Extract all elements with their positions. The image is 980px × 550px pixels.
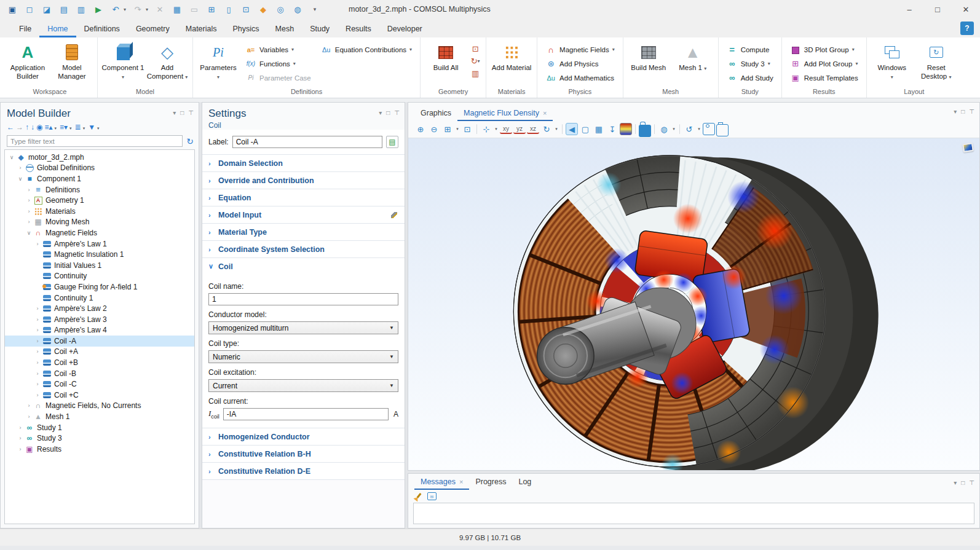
tab-results[interactable]: Results [338, 21, 379, 37]
tree-chevron[interactable]: › [25, 219, 33, 225]
build-mesh-button[interactable]: Build Mesh [627, 40, 670, 85]
tree-chevron[interactable]: › [25, 414, 33, 420]
panel-float-icon[interactable]: □ [386, 109, 390, 116]
panel-float-icon[interactable]: □ [961, 108, 965, 115]
tree-item[interactable]: ›Definitions [5, 184, 194, 195]
tree-item[interactable]: ›Magnetic Fields, No Currents [5, 401, 194, 412]
forward-icon[interactable]: → [16, 123, 23, 132]
zoom-out-icon[interactable] [428, 123, 440, 135]
coil-type-select[interactable]: Numeric▼ [208, 350, 398, 363]
add-plot-group-button[interactable]: Add Plot Group ▾ [786, 57, 863, 71]
section-constitutive-bh[interactable]: ›Constitutive Relation B-H [202, 445, 405, 462]
highlight-icon[interactable] [256, 2, 271, 16]
tree-item[interactable]: ›Coil -C [5, 379, 194, 390]
messages-output[interactable] [413, 503, 974, 524]
graphics-canvas[interactable] [408, 138, 979, 470]
zoom-box-icon[interactable] [441, 123, 454, 135]
section-coil[interactable]: ∨Coil [202, 257, 405, 275]
tree-item[interactable]: ›Geometry 1 [5, 195, 194, 206]
panel-menu-icon[interactable]: ▾ [379, 109, 382, 116]
add-physics-button[interactable]: Add Physics [541, 57, 619, 71]
tree-chevron[interactable]: › [33, 316, 42, 323]
panel-menu-icon[interactable]: ▾ [954, 479, 957, 486]
tree-chevron[interactable]: › [25, 197, 33, 203]
view-xy-icon[interactable]: xy [500, 124, 512, 134]
tab-magnetic-flux-density[interactable]: Magnetic Flux Density × [457, 106, 553, 121]
conductor-model-select[interactable]: Homogenized multiturn▼ [208, 321, 398, 334]
tab-graphics[interactable]: Graphics [414, 106, 457, 121]
tab-materials[interactable]: Materials [178, 21, 225, 37]
tab-physics[interactable]: Physics [224, 21, 267, 37]
save-icon[interactable] [57, 2, 71, 16]
virtual-operations-icon[interactable] [468, 67, 482, 79]
move-down-icon[interactable]: ↓ [31, 123, 34, 132]
functions-button[interactable]: Functions ▾ [241, 57, 315, 71]
tree-item[interactable]: Gauge Fixing for A-field 1 [5, 281, 194, 293]
chevron-down-icon[interactable]: ▾ [455, 123, 460, 135]
tree-item[interactable]: Continuity [5, 271, 194, 282]
tree-item[interactable]: ›Ampère's Law 1 [5, 238, 194, 249]
chevron-down-icon[interactable]: ▾ [55, 126, 57, 131]
maximize-button[interactable]: □ [923, 0, 952, 18]
find-settings-icon[interactable] [290, 2, 305, 16]
application-builder-button[interactable]: Application Builder [6, 40, 49, 85]
panel-pin-icon[interactable]: ⊤ [969, 108, 974, 115]
move-up-icon[interactable]: ↑ [25, 123, 29, 132]
tree-item[interactable]: Continuity 1 [5, 293, 194, 304]
tree-item[interactable]: ∨Magnetic Fields [5, 227, 194, 238]
panel-pin-icon[interactable]: ⊤ [188, 109, 194, 116]
tab-home[interactable]: Home [39, 21, 76, 37]
back-icon[interactable]: ← [7, 123, 14, 132]
tab-study[interactable]: Study [302, 21, 338, 37]
tree-chevron[interactable]: ∨ [7, 154, 16, 160]
panel-menu-icon[interactable]: ▾ [173, 109, 176, 116]
tree-item[interactable]: ›Moving Mesh [5, 217, 194, 228]
section-domain-selection[interactable]: ›Domain Selection [202, 154, 405, 171]
run-icon[interactable] [91, 2, 106, 16]
tree-item[interactable]: ›Results [5, 444, 194, 455]
tab-geometry[interactable]: Geometry [128, 21, 178, 37]
tree-item[interactable]: ›Mesh 1 [5, 411, 194, 422]
coil-excitation-select[interactable]: Current▼ [208, 379, 398, 392]
chevron-down-icon[interactable]: ▾ [554, 123, 559, 135]
tree-item[interactable]: ›Coil +A [5, 347, 194, 358]
panel-pin-icon[interactable]: ⊤ [969, 479, 974, 486]
section-equation[interactable]: ›Equation [202, 189, 405, 206]
grid-icon[interactable] [593, 123, 605, 135]
minimize-button[interactable]: – [895, 0, 923, 18]
new-file-icon[interactable] [22, 2, 37, 16]
add-component-button[interactable]: Add Component ▾ [146, 40, 189, 85]
panel-float-icon[interactable]: □ [961, 479, 965, 486]
mesh-1-button[interactable]: Mesh 1 ▾ [671, 40, 714, 85]
section-constitutive-de[interactable]: ›Constitutive Relation D-E [202, 462, 405, 479]
add-mathematics-button[interactable]: Add Mathematics [541, 71, 619, 85]
tab-messages[interactable]: Messages × [414, 475, 469, 490]
panel-menu-icon[interactable]: ▾ [954, 108, 957, 115]
tree-item[interactable]: Initial Values 1 [5, 260, 194, 271]
chevron-down-icon[interactable]: ▾ [83, 126, 85, 131]
find-icon[interactable] [273, 2, 288, 16]
tab-definitions[interactable]: Definitions [76, 21, 128, 37]
expand-down-icon[interactable]: ≡▾ [60, 123, 68, 132]
select-frame-icon[interactable] [239, 2, 253, 16]
panel-pin-icon[interactable]: ⊤ [394, 109, 400, 116]
tree-settings-icon[interactable]: ≣ [75, 123, 81, 132]
reset-desktop-button[interactable]: ↻ Reset Desktop ▾ [915, 40, 958, 85]
redo-dropdown-icon[interactable] [144, 2, 150, 16]
view-axes-icon[interactable] [606, 123, 618, 135]
section-material-type[interactable]: ›Material Type [202, 223, 405, 240]
label-input[interactable] [232, 136, 382, 148]
undo-icon[interactable] [108, 2, 123, 16]
magnetic-fields-button[interactable]: Magnetic Fields ▾ [541, 42, 619, 57]
tree-chevron[interactable]: › [33, 392, 42, 398]
tree-chevron[interactable]: › [25, 187, 33, 193]
save-search-icon[interactable] [74, 2, 89, 16]
tree-item[interactable]: ∨motor_3d_2.mph [5, 152, 194, 163]
tree-item[interactable]: ›Global Definitions [5, 163, 194, 174]
model-manager-button[interactable]: Model Manager [50, 40, 93, 85]
component-1-button[interactable]: Component 1 ▾ [101, 40, 144, 85]
go-to-default-view-icon[interactable] [480, 123, 492, 135]
open-file-icon[interactable] [39, 2, 54, 16]
show-icon[interactable]: ◉ [36, 123, 42, 132]
coil-current-input[interactable] [223, 408, 389, 420]
